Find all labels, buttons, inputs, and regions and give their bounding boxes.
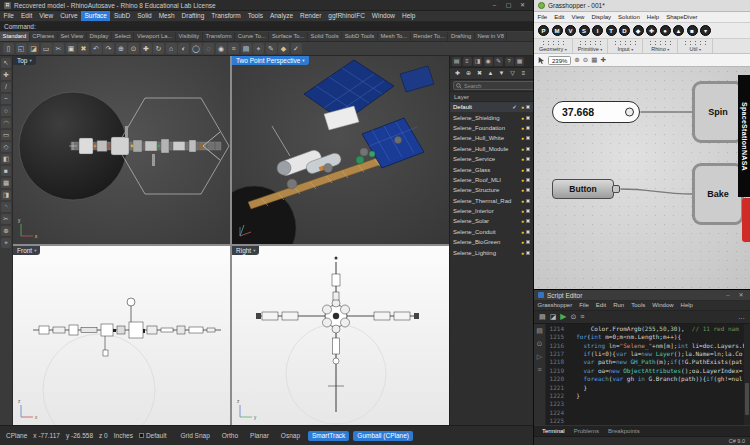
status-toggle[interactable]: Grid Snap (177, 431, 214, 441)
help-panel-icon[interactable]: ? (505, 57, 514, 66)
layer-color-swatch[interactable] (526, 126, 530, 130)
layer-row[interactable]: Selene_Foundation ✓ ● (450, 123, 533, 133)
layer-visibility-bulb-icon[interactable]: ● (521, 229, 524, 235)
layer-visibility-bulb-icon[interactable]: ● (521, 187, 524, 193)
files-icon[interactable]: ▤ (536, 327, 543, 335)
layer-visibility-bulb-icon[interactable]: ● (521, 146, 524, 152)
toolbar-tab[interactable]: Mesh To... (378, 32, 411, 41)
layer-color-swatch[interactable] (526, 168, 530, 172)
menu-item[interactable]: Edit (17, 11, 35, 21)
component-group[interactable]: Geometry ▾ (534, 39, 573, 53)
layer-visibility-bulb-icon[interactable]: ● (521, 198, 524, 204)
component-tab[interactable]: T (606, 25, 617, 36)
viewport-front-title[interactable]: Front ▾ (13, 246, 40, 255)
line-icon[interactable]: / (1, 82, 11, 92)
menu-item[interactable]: Run (610, 301, 628, 310)
layer-search-input[interactable] (464, 83, 533, 89)
toolbar-tab[interactable]: CPlanes (30, 32, 58, 41)
component-tab[interactable]: S (579, 25, 590, 36)
viewport-right[interactable]: yz Right ▾ (232, 246, 449, 425)
layer-visibility-bulb-icon[interactable]: ● (521, 156, 524, 162)
component-tab[interactable]: V (565, 25, 576, 36)
menu-item[interactable]: Tools (244, 11, 266, 21)
panel-menu-icon[interactable]: ≡ (519, 69, 528, 78)
toolbar-tab[interactable]: Transform (203, 32, 235, 41)
layer-row[interactable]: Default ✓ ● (450, 102, 533, 112)
component-tab[interactable]: ■ (687, 25, 698, 36)
delete-icon[interactable]: ✖ (78, 43, 89, 54)
minimize-button[interactable]: – (723, 290, 733, 300)
fillet-icon[interactable]: ◝ (1, 202, 11, 212)
pan-icon[interactable]: ✚ (600, 55, 605, 65)
close-button[interactable]: ✕ (736, 290, 746, 300)
layer-row[interactable]: Selene_Conduit ✓ ● (450, 227, 533, 237)
move-icon[interactable]: ⌖ (1, 238, 11, 248)
viewport-front[interactable]: xz Front ▾ (13, 246, 230, 425)
shaded-display-icon[interactable]: ◐ (178, 43, 189, 54)
menu-item[interactable]: Help (677, 301, 696, 310)
units-label[interactable]: Inches (114, 432, 133, 439)
component-group[interactable]: Util ▾ (678, 39, 713, 53)
viewport-right-title[interactable]: Right ▾ (232, 246, 259, 255)
zoom-extents-icon[interactable]: ▦ (591, 55, 597, 65)
gumball-icon[interactable]: ⌖ (253, 43, 264, 54)
toolbar-tab[interactable]: Display (87, 32, 112, 41)
move-up-icon[interactable]: ▲ (486, 69, 495, 78)
layer-row[interactable]: Selene_Thermal_Rad ✓ ● (450, 196, 533, 206)
settings-icon[interactable]: ≡ (580, 311, 584, 322)
cut-icon[interactable]: ✂ (53, 43, 64, 54)
move-down-icon[interactable]: ▼ (497, 69, 506, 78)
search-icon[interactable]: ⊙ (570, 311, 576, 322)
script-editor-titlebar[interactable]: Script Editor – ✕ (534, 290, 750, 301)
selection-filter-icon[interactable]: ✓ (291, 43, 302, 54)
layer-row[interactable]: Selene_Solar ✓ ● (450, 216, 533, 226)
more-icon[interactable]: … (738, 311, 745, 322)
layer-visibility-bulb-icon[interactable]: ● (521, 218, 524, 224)
menu-item[interactable]: Window (368, 11, 398, 21)
materials-panel-icon[interactable]: ◉ (484, 57, 493, 66)
layer-row[interactable]: Selene_Interior ✓ ● (450, 206, 533, 216)
layers-panel-icon[interactable]: ≡ (463, 57, 472, 66)
menu-item[interactable]: Drafting (178, 11, 208, 21)
layer-visibility-bulb-icon[interactable]: ● (521, 167, 524, 173)
layer-row[interactable]: Selene_Hull_Module ✓ ● (450, 144, 533, 154)
solid-icon[interactable]: ■ (1, 166, 11, 176)
status-toggle[interactable]: Ortho (218, 431, 242, 441)
open-file-icon[interactable]: ◱ (16, 43, 27, 54)
zoom-extents-icon[interactable]: ⊕ (116, 43, 127, 54)
layer-color-swatch[interactable] (526, 219, 530, 223)
pan-icon[interactable]: ✚ (141, 43, 152, 54)
circle-icon[interactable]: ○ (1, 106, 11, 116)
close-button[interactable]: ✕ (516, 0, 529, 10)
status-toggle[interactable]: SmartTrack (308, 431, 349, 441)
search-icon[interactable]: ⊙ (537, 340, 543, 348)
layer-visibility-bulb-icon[interactable]: ● (521, 208, 524, 214)
home-view-icon[interactable]: ⌂ (166, 43, 177, 54)
display-panel-icon[interactable]: ◨ (473, 57, 482, 66)
surface-icon[interactable]: ◧ (1, 154, 11, 164)
delete-layer-icon[interactable]: ✖ (475, 69, 484, 78)
viewport-perspective[interactable]: Two Point Perspective ▾ (232, 56, 449, 244)
menu-item[interactable]: Surface (81, 11, 110, 21)
toolbar-tab[interactable]: Render To... (411, 32, 449, 41)
layer-row[interactable]: Selene_Roof_MLI ✓ ● (450, 175, 533, 185)
component-group[interactable]: Input ▾ (608, 39, 643, 53)
menu-item[interactable]: ShapeDiver (663, 12, 701, 22)
properties-icon[interactable]: ▤ (241, 43, 252, 54)
slider-grip[interactable] (625, 108, 634, 117)
layer-row[interactable]: Selene_Service ✓ ● (450, 154, 533, 164)
status-toggle[interactable]: Gumball (CPlane) (353, 431, 413, 441)
pointer-icon[interactable] (538, 56, 545, 65)
new-sublayer-icon[interactable]: ⊕ (464, 69, 473, 78)
notes-panel-icon[interactable]: ✎ (494, 57, 503, 66)
ghosted-display-icon[interactable]: ◌ (203, 43, 214, 54)
zoom-out-icon[interactable]: ⊖ (583, 55, 588, 65)
status-toggle[interactable]: Planar (246, 431, 273, 441)
run-script-button[interactable]: ▶ (560, 311, 566, 322)
layer-row[interactable]: Selene_Hull_White ✓ ● (450, 133, 533, 143)
grasshopper-titlebar[interactable]: Grasshopper - 001* (534, 0, 750, 12)
layer-row[interactable]: Selene_Lighting ✓ ● (450, 247, 533, 257)
code-lines[interactable]: 1214 Color.FromArgb(255,50,30), // 11 re… (546, 324, 744, 425)
zoom-in-icon[interactable]: ⊕ (574, 55, 579, 65)
menu-item[interactable]: Grasshopper (534, 301, 576, 310)
